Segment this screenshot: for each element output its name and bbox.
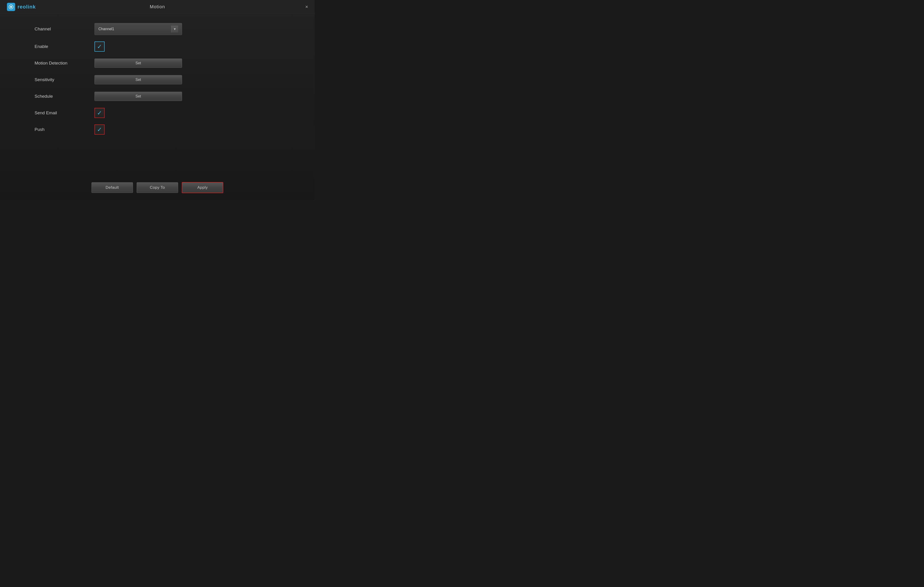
sensitivity-row: Sensitivity Set bbox=[35, 75, 296, 85]
close-button[interactable]: × bbox=[303, 3, 310, 10]
default-button[interactable]: Default bbox=[91, 182, 133, 193]
dialog-footer: Default Copy To Apply bbox=[0, 177, 315, 200]
channel-select-value: Channel1 bbox=[98, 27, 114, 31]
logo-icon bbox=[7, 3, 15, 11]
motion-detection-label: Motion Detection bbox=[35, 61, 94, 66]
enable-checkbox[interactable]: ✓ bbox=[94, 41, 105, 51]
push-control: ✓ bbox=[94, 124, 182, 135]
send-email-label: Send Email bbox=[35, 111, 94, 116]
motion-detection-set-button[interactable]: Set bbox=[94, 58, 182, 68]
send-email-row: Send Email ✓ bbox=[35, 108, 296, 118]
send-email-checkbox[interactable]: ✓ bbox=[94, 108, 105, 118]
sensitivity-control: Set bbox=[94, 75, 182, 84]
schedule-control: Set bbox=[94, 92, 182, 101]
schedule-set-button[interactable]: Set bbox=[94, 92, 182, 101]
motion-detection-control: Set bbox=[94, 58, 182, 68]
schedule-row: Schedule Set bbox=[35, 91, 296, 101]
enable-label: Enable bbox=[35, 44, 94, 49]
dialog-container: reolink Motion × Channel Channel1 ▼ Enab… bbox=[0, 0, 315, 200]
channel-label: Channel bbox=[35, 26, 94, 31]
enable-row: Enable ✓ bbox=[35, 41, 296, 51]
push-checkmark: ✓ bbox=[97, 127, 102, 132]
push-label: Push bbox=[35, 127, 94, 132]
logo-area: reolink bbox=[7, 3, 36, 11]
dropdown-arrow-icon: ▼ bbox=[171, 26, 178, 33]
send-email-control: ✓ bbox=[94, 108, 182, 118]
schedule-label: Schedule bbox=[35, 94, 94, 99]
channel-control: Channel1 ▼ bbox=[94, 23, 182, 35]
apply-button[interactable]: Apply bbox=[182, 182, 223, 193]
enable-checkmark: ✓ bbox=[97, 43, 102, 50]
form-content: Channel Channel1 ▼ Enable ✓ Motion Detec… bbox=[0, 14, 315, 177]
channel-row: Channel Channel1 ▼ bbox=[35, 23, 296, 35]
channel-select[interactable]: Channel1 ▼ bbox=[94, 23, 182, 35]
page-title: Motion bbox=[150, 4, 165, 10]
enable-control: ✓ bbox=[94, 41, 182, 51]
logo-text: reolink bbox=[18, 4, 36, 10]
push-checkbox[interactable]: ✓ bbox=[94, 124, 105, 135]
sensitivity-label: Sensitivity bbox=[35, 77, 94, 82]
svg-point-1 bbox=[10, 6, 12, 8]
send-email-checkmark: ✓ bbox=[97, 110, 102, 116]
copy-to-button[interactable]: Copy To bbox=[137, 182, 178, 193]
dialog-header: reolink Motion × bbox=[0, 0, 315, 14]
motion-detection-row: Motion Detection Set bbox=[35, 58, 296, 68]
sensitivity-set-button[interactable]: Set bbox=[94, 75, 182, 84]
push-row: Push ✓ bbox=[35, 124, 296, 135]
